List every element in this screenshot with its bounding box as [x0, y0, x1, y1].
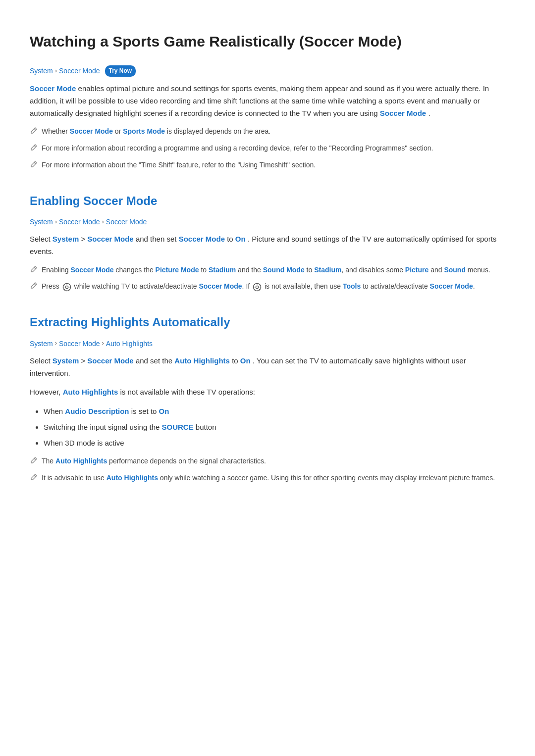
s2-breadcrumb-sep-2: ›: [102, 338, 104, 349]
s1-on-link[interactable]: On: [235, 235, 246, 243]
svg-point-0: [63, 283, 70, 291]
s1-soccer-mode-link[interactable]: Soccer Mode: [87, 235, 133, 243]
note-pencil-icon-2: [30, 144, 38, 155]
intro-notes-list: Whether Soccer Mode or Sports Mode is di…: [30, 126, 505, 171]
gear-icon-inline-2: [253, 283, 262, 292]
intro-note-1: Whether Soccer Mode or Sports Mode is di…: [30, 126, 505, 138]
s2-auto-highlights-link[interactable]: Auto Highlights: [174, 356, 230, 365]
intro-paragraph: Soccer Mode enables optimal picture and …: [30, 83, 505, 119]
s1-note-pencil-icon-2: [30, 282, 38, 293]
s1-breadcrumb-soccer-mode[interactable]: Soccer Mode: [59, 216, 100, 227]
intro-soccer-mode-link2[interactable]: Soccer Mode: [380, 109, 426, 117]
note-pencil-icon-3: [30, 160, 38, 172]
section2-note-1: The Auto Highlights performance depends …: [30, 456, 505, 468]
gear-icon-inline-1: [62, 283, 71, 292]
s2-breadcrumb-system[interactable]: System: [30, 338, 53, 349]
s1-breadcrumb-sep-1: ›: [55, 217, 57, 227]
section2-paragraph1: Select System > Soccer Mode and set the …: [30, 355, 505, 380]
intro-note-2: For more information about recording a p…: [30, 143, 505, 155]
audio-description-link[interactable]: Audio Description: [65, 407, 129, 415]
section2-note-2: It is advisable to use Auto Highlights o…: [30, 473, 505, 485]
s1-note-pencil-icon-1: [30, 265, 38, 277]
s2-breadcrumb-soccer-mode[interactable]: Soccer Mode: [59, 338, 100, 349]
svg-point-2: [253, 283, 261, 291]
s1-n1-picture-mode-link[interactable]: Picture Mode: [156, 266, 199, 274]
s1-n2-soccer-mode-link2[interactable]: Soccer Mode: [430, 282, 473, 290]
s1-n1-sound-link[interactable]: Sound: [444, 266, 466, 274]
s1-n2-tools-link[interactable]: Tools: [343, 282, 361, 290]
intro-soccer-mode-link[interactable]: Soccer Mode: [30, 84, 76, 93]
s1-breadcrumb-sep-2: ›: [102, 217, 104, 227]
bullet-item-2: Switching the input signal using the SOU…: [44, 421, 505, 433]
section-extracting-highlights: Extracting Highlights Automatically Syst…: [30, 313, 505, 484]
section1-title: Enabling Soccer Mode: [30, 192, 505, 210]
section2-notes-list: The Auto Highlights performance depends …: [30, 456, 505, 484]
section2-bullet-list: When Audio Description is set to On Swit…: [30, 405, 505, 449]
note-pencil-icon-1: [30, 127, 38, 138]
bullet-item-1: When Audio Description is set to On: [44, 405, 505, 417]
s1-n1-stadium2-link[interactable]: Stadium: [314, 266, 341, 274]
breadcrumb-system[interactable]: System: [30, 65, 53, 76]
section2-title: Extracting Highlights Automatically: [30, 313, 505, 332]
note1-soccer-mode-link[interactable]: Soccer Mode: [70, 127, 113, 135]
s2-on-link[interactable]: On: [240, 356, 251, 365]
intro-note-3: For more information about the "Time Shi…: [30, 160, 505, 172]
s1-n2-soccer-mode-link[interactable]: Soccer Mode: [199, 282, 242, 290]
s2-system-link[interactable]: System: [53, 356, 79, 365]
section2-paragraph2: However, Auto Highlights is not availabl…: [30, 386, 505, 399]
section1-note-1: Enabling Soccer Mode changes the Picture…: [30, 265, 505, 277]
source-link[interactable]: SOURCE: [161, 423, 193, 431]
s2-note-pencil-icon-2: [30, 473, 38, 485]
s1-soccer-mode-set-link[interactable]: Soccer Mode: [179, 235, 225, 243]
section-enabling-soccer-mode: Enabling Soccer Mode System › Soccer Mod…: [30, 192, 505, 294]
s2-n2-auto-highlights-link[interactable]: Auto Highlights: [107, 474, 158, 482]
note1-sports-mode-link[interactable]: Sports Mode: [123, 127, 165, 135]
s2-n1-auto-highlights-link[interactable]: Auto Highlights: [55, 457, 107, 465]
s1-n1-sound-mode-link[interactable]: Sound Mode: [263, 266, 305, 274]
s2-breadcrumb-sep-1: ›: [55, 338, 57, 349]
s2-note-pencil-icon-1: [30, 456, 38, 468]
breadcrumb-soccer-mode[interactable]: Soccer Mode: [59, 65, 100, 76]
svg-point-1: [65, 286, 68, 288]
breadcrumb-sep-1: ›: [55, 66, 57, 76]
s1-n1-stadium1-link[interactable]: Stadium: [209, 266, 236, 274]
s1-n1-soccer-mode-link[interactable]: Soccer Mode: [70, 266, 113, 274]
section1-paragraph: Select System > Soccer Mode and then set…: [30, 233, 505, 258]
section1-note-2: Press while watching TV to activate/deac…: [30, 281, 505, 293]
try-now-badge[interactable]: Try Now: [105, 65, 136, 77]
section2-breadcrumb: System › Soccer Mode › Auto Highlights: [30, 338, 505, 349]
bullet1-on-link[interactable]: On: [159, 407, 169, 415]
s1-breadcrumb-system[interactable]: System: [30, 216, 53, 227]
page-title: Watching a Sports Game Realistically (So…: [30, 30, 505, 53]
s2-breadcrumb-auto-highlights[interactable]: Auto Highlights: [106, 338, 153, 349]
s1-breadcrumb-soccer-mode2[interactable]: Soccer Mode: [106, 216, 147, 227]
s2-auto-highlights-link2[interactable]: Auto Highlights: [63, 388, 118, 396]
section1-notes-list: Enabling Soccer Mode changes the Picture…: [30, 265, 505, 293]
bullet-item-3: When 3D mode is active: [44, 437, 505, 449]
breadcrumb-main: System › Soccer Mode Try Now: [30, 65, 505, 77]
section1-breadcrumb: System › Soccer Mode › Soccer Mode: [30, 216, 505, 227]
s2-soccer-mode-link[interactable]: Soccer Mode: [87, 356, 133, 365]
s1-n1-picture-link[interactable]: Picture: [405, 266, 428, 274]
s1-system-link[interactable]: System: [53, 235, 79, 243]
svg-point-3: [256, 286, 258, 288]
